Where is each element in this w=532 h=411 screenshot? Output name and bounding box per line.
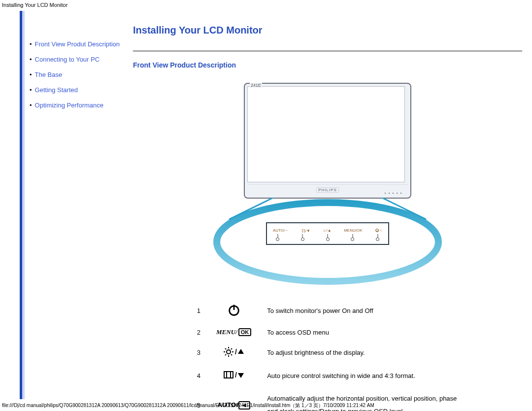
sidebar-item-front-view[interactable]: Front View Produt Description [35, 40, 120, 48]
svg-line-12 [225, 354, 226, 355]
brand-badge: PHILIPS [316, 187, 339, 193]
main-content: Installing Your LCD Monitor Front View P… [133, 25, 522, 411]
panel-label: MENU/OK [344, 228, 362, 234]
table-row: 3 / To adjust brightness of the display. [189, 341, 466, 364]
panel-label: 日/▼ [301, 228, 310, 234]
svg-rect-16 [224, 372, 233, 378]
left-color-bands [20, 11, 25, 399]
svg-line-11 [231, 348, 232, 349]
chin-indicator-dots [385, 193, 401, 194]
page-title: Installing Your LCD Monitor [133, 25, 522, 36]
monitor-figure: 241E PHILIPS [209, 83, 446, 286]
callout-ellipse: AUTO/← 日/▼ ☼/▲ MENU/OK ⏻ ○ [209, 203, 446, 286]
sidebar-nav: •Front View Produt Description •Connecti… [30, 40, 133, 117]
svg-text:/: / [235, 371, 237, 379]
page-tab-title: Installing Your LCD Monitor [2, 2, 67, 8]
bullet-icon: • [30, 40, 32, 48]
row-desc: To access OSD menu [259, 323, 466, 341]
table-row: 1 To switch monitor's power On and Off [189, 298, 466, 323]
row-number: 2 [189, 323, 208, 341]
bullet-icon: • [30, 102, 32, 109]
row-number: 4 [189, 364, 208, 387]
svg-rect-17 [227, 372, 231, 378]
row-desc: To adjust brightness of the display. [259, 341, 466, 364]
row-desc: Auto picure control switching in wide an… [259, 364, 466, 387]
panel-label: ⏻ ○ [375, 228, 382, 234]
bullet-icon: • [30, 86, 32, 94]
bullet-icon: • [30, 56, 32, 63]
panel-label: ☼/▲ [323, 228, 331, 234]
row-number: 1 [189, 298, 208, 323]
divider [133, 51, 522, 51]
menu-ok-icon: MENU/OK [208, 323, 259, 341]
aspect-down-icon: / [208, 364, 259, 387]
table-row: 4 / Auto picure control switching in wid… [189, 364, 466, 387]
svg-line-13 [231, 354, 232, 355]
bullet-icon: • [30, 71, 32, 78]
button-panel-zoom: AUTO/← 日/▼ ☼/▲ MENU/OK ⏻ ○ [266, 222, 389, 245]
svg-text:/: / [235, 348, 237, 356]
row-desc: To switch monitor's power On and Off [259, 298, 466, 323]
svg-point-5 [227, 350, 231, 354]
button-description-table: 1 To switch monitor's power On and Off 2… [189, 298, 466, 411]
monitor-bezel: 241E PHILIPS [244, 83, 411, 199]
brightness-up-icon: / [208, 341, 259, 364]
monitor-chin: PHILIPS [247, 184, 408, 195]
sidebar-item-the-base[interactable]: The Base [35, 71, 63, 78]
footer-path: file:///D|/cd manual/philips/Q70G9002813… [2, 402, 374, 409]
section-heading: Front View Product Description [133, 61, 522, 69]
sidebar-item-getting-started[interactable]: Getting Started [35, 86, 78, 94]
svg-line-10 [225, 348, 226, 349]
table-row: 2 MENU/OK To access OSD menu [189, 323, 466, 341]
panel-label: AUTO/← [273, 228, 289, 234]
sidebar-item-optimizing[interactable]: Optimizing Performance [35, 102, 103, 109]
svg-marker-15 [238, 349, 244, 354]
sidebar-item-connecting[interactable]: Connecting to Your PC [35, 56, 100, 63]
row-number: 3 [189, 341, 208, 364]
panel-button-dots [273, 238, 382, 241]
svg-marker-19 [238, 373, 244, 378]
monitor-screen [247, 86, 405, 182]
power-icon [208, 298, 259, 323]
monitor-model-label: 241E [250, 83, 262, 88]
